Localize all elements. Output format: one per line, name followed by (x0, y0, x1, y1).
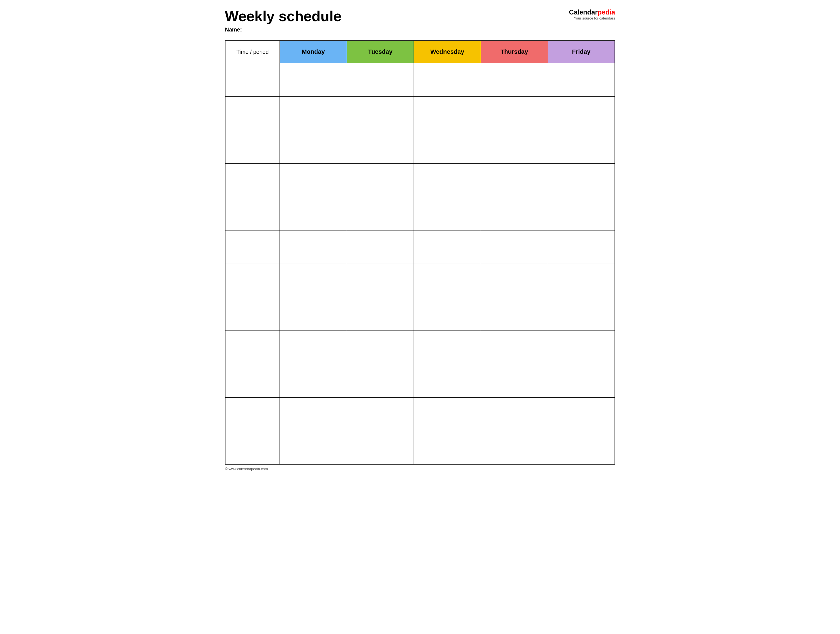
table-cell[interactable] (548, 96, 615, 130)
table-cell[interactable] (347, 263, 414, 297)
table-cell[interactable] (414, 63, 481, 96)
table-cell[interactable] (225, 397, 280, 431)
table-cell[interactable] (347, 197, 414, 230)
table-row (225, 431, 615, 464)
table-cell[interactable] (280, 163, 347, 197)
table-cell[interactable] (414, 263, 481, 297)
table-cell[interactable] (548, 431, 615, 464)
table-cell[interactable] (280, 431, 347, 464)
table-cell[interactable] (225, 163, 280, 197)
table-cell[interactable] (225, 297, 280, 331)
table-cell[interactable] (481, 297, 548, 331)
table-cell[interactable] (481, 230, 548, 263)
table-row (225, 297, 615, 331)
table-row (225, 230, 615, 263)
table-cell[interactable] (280, 331, 347, 364)
table-cell[interactable] (481, 364, 548, 397)
table-cell[interactable] (225, 130, 280, 163)
logo-calendar: Calendar (569, 8, 598, 16)
page-container: Weekly schedule Name: Calendarpedia Your… (225, 8, 615, 471)
table-cell[interactable] (414, 364, 481, 397)
table-cell[interactable] (280, 397, 347, 431)
table-cell[interactable] (414, 297, 481, 331)
name-label: Name: (225, 27, 341, 33)
logo-tagline: Your source for calendars (574, 16, 615, 21)
table-cell[interactable] (481, 397, 548, 431)
logo-area: Calendarpedia Your source for calendars (569, 8, 615, 21)
table-cell[interactable] (225, 96, 280, 130)
schedule-table: Time / period Monday Tuesday Wednesday T… (225, 40, 615, 465)
table-cell[interactable] (481, 96, 548, 130)
logo-text: Calendarpedia (569, 8, 615, 16)
table-row (225, 263, 615, 297)
table-row (225, 331, 615, 364)
table-cell[interactable] (280, 63, 347, 96)
col-header-thursday: Thursday (481, 41, 548, 63)
table-cell[interactable] (548, 197, 615, 230)
col-header-tuesday: Tuesday (347, 41, 414, 63)
table-cell[interactable] (414, 96, 481, 130)
header-section: Weekly schedule Name: Calendarpedia Your… (225, 8, 615, 33)
col-header-time: Time / period (225, 41, 280, 63)
table-cell[interactable] (225, 331, 280, 364)
table-cell[interactable] (280, 130, 347, 163)
table-cell[interactable] (347, 163, 414, 197)
table-cell[interactable] (347, 397, 414, 431)
table-row (225, 197, 615, 230)
table-cell[interactable] (548, 397, 615, 431)
table-cell[interactable] (347, 297, 414, 331)
table-cell[interactable] (347, 63, 414, 96)
table-cell[interactable] (347, 431, 414, 464)
table-cell[interactable] (280, 297, 347, 331)
table-cell[interactable] (548, 364, 615, 397)
table-cell[interactable] (225, 63, 280, 96)
table-cell[interactable] (481, 130, 548, 163)
table-cell[interactable] (280, 197, 347, 230)
table-row (225, 364, 615, 397)
table-cell[interactable] (548, 263, 615, 297)
table-cell[interactable] (347, 230, 414, 263)
header-row: Time / period Monday Tuesday Wednesday T… (225, 41, 615, 63)
table-cell[interactable] (347, 96, 414, 130)
table-cell[interactable] (280, 364, 347, 397)
table-cell[interactable] (481, 197, 548, 230)
table-cell[interactable] (280, 263, 347, 297)
table-cell[interactable] (414, 331, 481, 364)
table-cell[interactable] (548, 163, 615, 197)
col-header-wednesday: Wednesday (414, 41, 481, 63)
table-cell[interactable] (481, 431, 548, 464)
table-cell[interactable] (548, 297, 615, 331)
table-cell[interactable] (414, 397, 481, 431)
table-cell[interactable] (414, 163, 481, 197)
table-cell[interactable] (347, 331, 414, 364)
table-cell[interactable] (225, 230, 280, 263)
table-row (225, 397, 615, 431)
table-cell[interactable] (225, 431, 280, 464)
table-cell[interactable] (414, 230, 481, 263)
table-cell[interactable] (481, 63, 548, 96)
table-cell[interactable] (548, 230, 615, 263)
table-cell[interactable] (481, 163, 548, 197)
table-cell[interactable] (225, 197, 280, 230)
table-cell[interactable] (481, 331, 548, 364)
table-cell[interactable] (280, 230, 347, 263)
table-cell[interactable] (414, 431, 481, 464)
table-row (225, 163, 615, 197)
table-cell[interactable] (481, 263, 548, 297)
page-title: Weekly schedule (225, 8, 341, 24)
table-cell[interactable] (548, 63, 615, 96)
table-cell[interactable] (347, 364, 414, 397)
header-divider (225, 36, 615, 36)
table-cell[interactable] (548, 331, 615, 364)
footer-url: © www.calendarpedia.com (225, 467, 615, 471)
table-cell[interactable] (225, 364, 280, 397)
table-cell[interactable] (548, 130, 615, 163)
table-cell[interactable] (280, 96, 347, 130)
table-cell[interactable] (225, 263, 280, 297)
schedule-body (225, 63, 615, 464)
table-cell[interactable] (414, 130, 481, 163)
table-cell[interactable] (414, 197, 481, 230)
table-row (225, 130, 615, 163)
col-header-friday: Friday (548, 41, 615, 63)
table-cell[interactable] (347, 130, 414, 163)
